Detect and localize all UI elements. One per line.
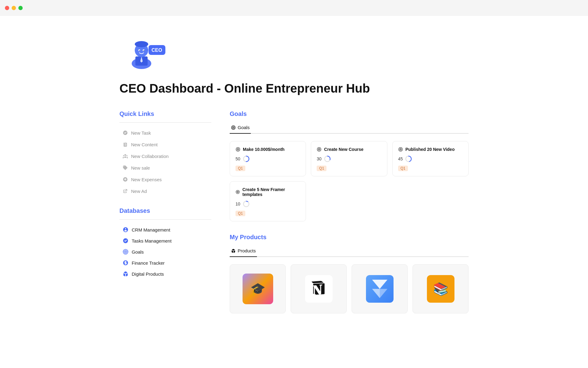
products-tab[interactable]: Products <box>230 246 257 257</box>
svg-point-4 <box>135 41 148 47</box>
quick-link-new-content[interactable]: New Content <box>119 139 211 150</box>
goal-icon-3 <box>398 147 403 152</box>
databases-section: Databases CRM Management Tasks Managemen… <box>119 207 211 279</box>
users-icon <box>123 153 128 159</box>
products-heading: My Products <box>230 234 469 241</box>
quick-links-section: Quick Links New Task New Content <box>119 110 211 196</box>
ceo-icon-container: CEO <box>119 34 469 72</box>
page-title: CEO Dashboard - Online Entrepreneur Hub <box>119 81 469 96</box>
db-crm-management-label: CRM Management <box>132 227 170 232</box>
left-column: Quick Links New Task New Content <box>119 110 211 280</box>
goal-title-create-course: Create New Course <box>317 147 381 152</box>
svg-point-33 <box>237 191 239 193</box>
upload-icon <box>123 177 128 182</box>
goal-icon-1 <box>236 147 240 152</box>
products-grid: 🎓 <box>230 264 469 313</box>
svg-point-35 <box>243 201 249 207</box>
svg-point-34 <box>238 192 238 192</box>
quick-link-new-sale-label: New sale <box>131 165 150 171</box>
svg-point-28 <box>399 148 401 150</box>
quick-link-new-task[interactable]: New Task <box>119 128 211 138</box>
headphones-icon <box>123 227 129 233</box>
product-card-3[interactable] <box>352 264 408 313</box>
progress-circle-3 <box>405 155 412 162</box>
quick-link-new-expenses-label: New Expenses <box>131 177 162 182</box>
goal-icon-2 <box>317 147 322 152</box>
db-tasks-management-label: Tasks Management <box>132 238 172 243</box>
right-column: Goals Goals <box>230 110 469 313</box>
svg-point-18 <box>237 148 239 150</box>
goal-card-create-course[interactable]: Create New Course 30 Q1 <box>311 141 387 176</box>
quick-link-new-ad-label: New Ad <box>131 189 147 194</box>
ceo-icon: CEO <box>119 34 168 71</box>
db-finance-tracker[interactable]: Finance Tracker <box>119 258 211 268</box>
framer-logo-svg <box>372 280 387 298</box>
product-card-2[interactable] <box>291 264 347 313</box>
databases-heading: Databases <box>119 207 211 214</box>
goals-tab[interactable]: Goals <box>230 122 251 134</box>
goals-tab-label: Goals <box>238 125 250 130</box>
progress-circle-4 <box>243 201 250 207</box>
product-img-online-course: 🎓 <box>243 274 273 304</box>
products-tab-bar: Products <box>230 246 469 257</box>
db-goals[interactable]: Goals <box>119 247 211 257</box>
goal-card-framer-templates[interactable]: Create 5 New Framer templates 10 Q1 <box>230 181 306 221</box>
goal-title-framer-templates: Create 5 New Framer templates <box>236 187 300 197</box>
products-section: My Products Products 🎓 <box>230 234 469 313</box>
check-circle-icon <box>123 130 128 136</box>
svg-point-16 <box>233 127 234 128</box>
db-tasks-management[interactable]: Tasks Management <box>119 236 211 246</box>
db-finance-tracker-label: Finance Tracker <box>132 260 165 266</box>
external-link-icon <box>123 188 128 194</box>
dollar-icon <box>123 260 129 266</box>
goal-icon-4 <box>236 190 240 194</box>
product-card-4[interactable]: 📚 <box>413 264 469 313</box>
svg-point-15 <box>232 126 235 129</box>
quick-link-new-ad[interactable]: New Ad <box>119 186 211 196</box>
quick-links-divider <box>119 122 211 123</box>
svg-point-32 <box>236 190 239 194</box>
svg-marker-39 <box>372 289 380 298</box>
product-card-1[interactable]: 🎓 <box>230 264 286 313</box>
target-db-icon <box>123 249 129 255</box>
quick-link-new-content-label: New Content <box>131 142 158 147</box>
quick-link-new-task-label: New Task <box>131 130 151 136</box>
quick-link-new-collaboration[interactable]: New Collaboration <box>119 151 211 161</box>
goal-card-make-money[interactable]: Make 10.000$/month 50 Q1 <box>230 141 306 176</box>
db-digital-products-label: Digital Products <box>132 271 164 277</box>
goal-progress-create-course: 30 <box>317 155 381 162</box>
progress-circle-1 <box>243 155 250 162</box>
svg-point-13 <box>125 251 126 252</box>
goal-progress-framer-templates: 10 <box>236 201 300 207</box>
svg-point-17 <box>236 148 240 151</box>
svg-marker-38 <box>372 280 387 289</box>
minimize-button[interactable] <box>12 6 16 10</box>
box-icon <box>123 271 129 277</box>
db-crm-management[interactable]: CRM Management <box>119 224 211 235</box>
titlebar <box>0 0 588 16</box>
svg-point-22 <box>317 148 321 151</box>
goals-heading: Goals <box>230 110 469 117</box>
notion-logo-svg <box>310 280 328 298</box>
databases-divider <box>119 219 211 220</box>
quick-link-new-sale[interactable]: New sale <box>119 163 211 173</box>
goal-title-make-money: Make 10.000$/month <box>236 147 300 152</box>
svg-point-29 <box>400 149 401 150</box>
quick-link-new-expenses[interactable]: New Expenses <box>119 174 211 185</box>
goals-grid-row2: Create 5 New Framer templates 10 Q1 <box>230 181 469 221</box>
db-goals-label: Goals <box>132 249 144 255</box>
svg-point-19 <box>238 149 238 150</box>
products-tab-label: Products <box>238 248 256 253</box>
goal-card-publish-video[interactable]: Published 20 New Video 45 Q1 <box>392 141 469 176</box>
db-digital-products[interactable]: Digital Products <box>119 269 211 279</box>
svg-point-8 <box>144 50 145 51</box>
svg-point-23 <box>318 148 320 150</box>
goals-section: Goals Goals <box>230 110 469 221</box>
close-button[interactable] <box>5 6 9 10</box>
goal-progress-make-money: 50 <box>236 155 300 162</box>
quick-links-heading: Quick Links <box>119 110 211 117</box>
maximize-button[interactable] <box>18 6 23 10</box>
products-tab-icon <box>231 248 236 253</box>
tag-icon <box>123 165 128 171</box>
svg-point-27 <box>398 148 402 151</box>
